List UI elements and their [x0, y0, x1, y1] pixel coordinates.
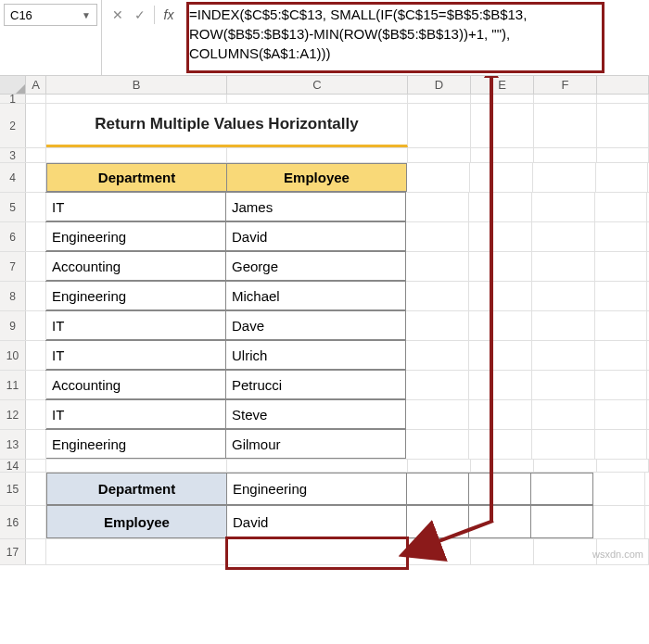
name-box[interactable]: C16 ▼	[4, 4, 97, 26]
cell-dept[interactable]: Engineering	[45, 281, 226, 310]
cell-dept[interactable]: Accounting	[45, 370, 226, 399]
cell-emp[interactable]: Gilmour	[225, 429, 406, 459]
formula-input[interactable]: =INDEX($C$5:$C$13, SMALL(IF($C$15=$B$5:$…	[185, 0, 649, 75]
row-header-16[interactable]: 16	[0, 506, 26, 538]
page-title: Return Multiple Values Horizontally	[46, 104, 408, 147]
lookup-emp-label: Employee	[46, 505, 227, 538]
row-header-17[interactable]: 17	[0, 539, 26, 564]
row-header-9[interactable]: 9	[0, 311, 26, 340]
lookup-blank[interactable]	[406, 505, 469, 538]
row-header-10[interactable]: 10	[0, 341, 26, 370]
grid-rows: 1 2 Return Multiple Values Horizontally …	[0, 95, 649, 565]
formula-bar-buttons: ✕ ✓ fx	[102, 0, 185, 75]
table-row: 5 IT James	[0, 193, 649, 222]
separator	[154, 6, 155, 24]
col-header-E[interactable]: E	[471, 76, 534, 94]
cell-dept[interactable]: IT	[45, 192, 226, 221]
table-header-emp: Employee	[226, 163, 407, 192]
cell-dept[interactable]: Engineering	[45, 429, 226, 459]
cell-emp[interactable]: James	[225, 192, 406, 221]
check-icon[interactable]: ✓	[130, 6, 150, 24]
formula-highlight	[186, 2, 604, 73]
row-header-5[interactable]: 5	[0, 193, 26, 221]
table-row: 10 IT Ulrich	[0, 341, 649, 371]
cell-dept[interactable]: IT	[45, 310, 226, 340]
row-1: 1	[0, 95, 649, 104]
table-row: 6 Engineering David	[0, 222, 649, 252]
lookup-dept-value[interactable]: Engineering	[226, 473, 407, 505]
row-2: 2 Return Multiple Values Horizontally	[0, 104, 649, 148]
cell-emp[interactable]: Steve	[225, 399, 406, 429]
chevron-down-icon[interactable]: ▼	[82, 10, 91, 20]
row-header-11[interactable]: 11	[0, 371, 26, 399]
table-row: 8 Engineering Michael	[0, 282, 649, 311]
column-headers: A B C D E F	[0, 76, 649, 95]
row-header-1[interactable]: 1	[0, 95, 26, 103]
col-header-C[interactable]: C	[227, 76, 408, 94]
cell-dept[interactable]: IT	[45, 399, 226, 429]
lookup-blank[interactable]	[530, 473, 593, 505]
row-15: 15 Department Engineering	[0, 473, 649, 506]
cell-emp[interactable]: Ulrich	[225, 340, 406, 370]
row-header-3[interactable]: 3	[0, 148, 26, 162]
lookup-emp-result[interactable]: David	[226, 505, 407, 538]
row-header-2[interactable]: 2	[0, 104, 26, 147]
cell-emp[interactable]: George	[225, 251, 406, 281]
cell-dept[interactable]: Engineering	[45, 221, 226, 251]
lookup-blank[interactable]	[406, 473, 469, 505]
row-header-7[interactable]: 7	[0, 252, 26, 281]
row-header-4[interactable]: 4	[0, 163, 26, 192]
row-header-12[interactable]: 12	[0, 400, 26, 429]
cell-emp[interactable]: Michael	[225, 281, 406, 310]
row-header-6[interactable]: 6	[0, 222, 26, 251]
lookup-blank[interactable]	[530, 505, 593, 538]
fx-icon[interactable]: fx	[159, 6, 179, 24]
table-row: 13 Engineering Gilmour	[0, 430, 649, 460]
cell-emp[interactable]: Dave	[225, 310, 406, 340]
row-17: 17	[0, 539, 649, 565]
cell-emp[interactable]: Petrucci	[225, 370, 406, 399]
col-header-B[interactable]: B	[46, 76, 227, 94]
col-header-F[interactable]: F	[534, 76, 597, 94]
row-header-13[interactable]: 13	[0, 430, 26, 459]
row-header-14[interactable]: 14	[0, 460, 26, 472]
lookup-blank[interactable]	[468, 473, 531, 505]
col-header-A[interactable]: A	[26, 76, 46, 94]
select-all-triangle[interactable]	[0, 76, 26, 94]
table-row: 11 Accounting Petrucci	[0, 371, 649, 400]
watermark: wsxdn.com	[592, 549, 643, 560]
lookup-blank[interactable]	[468, 505, 531, 538]
table-row: 7 Accounting George	[0, 252, 649, 282]
row-3: 3	[0, 148, 649, 163]
lookup-dept-label: Department	[46, 473, 227, 505]
name-box-container: C16 ▼	[0, 0, 102, 75]
cell-dept[interactable]: IT	[45, 340, 226, 370]
col-header-D[interactable]: D	[408, 76, 471, 94]
row-16: 16 Employee David	[0, 506, 649, 539]
row-header-8[interactable]: 8	[0, 282, 26, 310]
table-row: 12 IT Steve	[0, 400, 649, 430]
row-14: 14	[0, 460, 649, 473]
col-header-spacer	[597, 76, 649, 94]
cell-dept[interactable]: Accounting	[45, 251, 226, 281]
cancel-icon[interactable]: ✕	[108, 6, 128, 24]
table-header-dept: Department	[46, 163, 227, 192]
formula-bar-row: C16 ▼ ✕ ✓ fx =INDEX($C$5:$C$13, SMALL(IF…	[0, 0, 649, 76]
table-row: 9 IT Dave	[0, 311, 649, 341]
spreadsheet-grid[interactable]: A B C D E F 1 2 Return Multiple Values H…	[0, 76, 649, 565]
row-header-15[interactable]: 15	[0, 473, 26, 505]
name-box-value: C16	[10, 8, 32, 22]
cell-emp[interactable]: David	[225, 221, 406, 251]
row-4: 4 Department Employee	[0, 163, 649, 193]
